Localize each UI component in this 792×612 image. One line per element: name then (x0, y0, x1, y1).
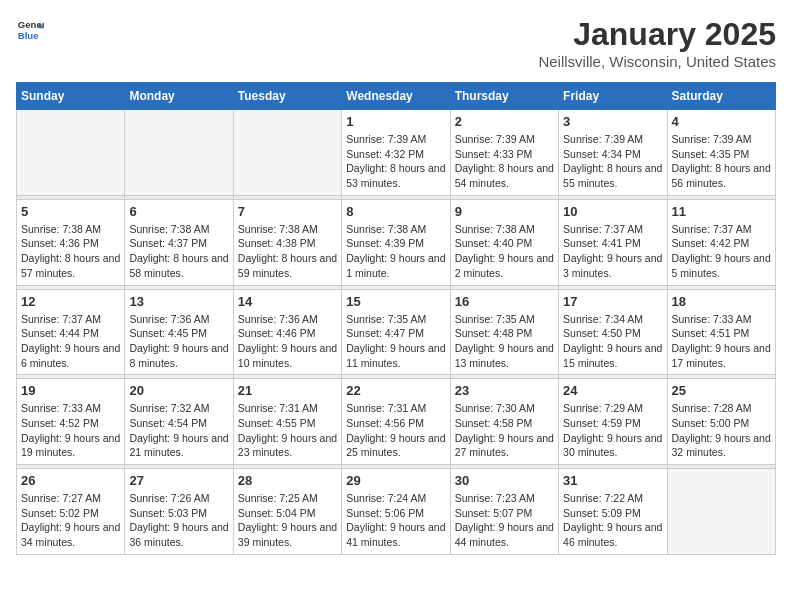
calendar-cell: 23Sunrise: 7:30 AM Sunset: 4:58 PM Dayli… (450, 379, 558, 465)
weekday-header-saturday: Saturday (667, 83, 775, 110)
day-number: 10 (563, 204, 662, 219)
day-info: Sunrise: 7:26 AM Sunset: 5:03 PM Dayligh… (129, 491, 228, 550)
day-number: 16 (455, 294, 554, 309)
day-number: 22 (346, 383, 445, 398)
day-info: Sunrise: 7:24 AM Sunset: 5:06 PM Dayligh… (346, 491, 445, 550)
day-number: 23 (455, 383, 554, 398)
day-info: Sunrise: 7:25 AM Sunset: 5:04 PM Dayligh… (238, 491, 337, 550)
calendar-cell: 27Sunrise: 7:26 AM Sunset: 5:03 PM Dayli… (125, 469, 233, 555)
day-number: 21 (238, 383, 337, 398)
weekday-header-thursday: Thursday (450, 83, 558, 110)
day-info: Sunrise: 7:27 AM Sunset: 5:02 PM Dayligh… (21, 491, 120, 550)
calendar-cell: 3Sunrise: 7:39 AM Sunset: 4:34 PM Daylig… (559, 110, 667, 196)
weekday-header-tuesday: Tuesday (233, 83, 341, 110)
day-info: Sunrise: 7:23 AM Sunset: 5:07 PM Dayligh… (455, 491, 554, 550)
week-row-5: 26Sunrise: 7:27 AM Sunset: 5:02 PM Dayli… (17, 469, 776, 555)
day-info: Sunrise: 7:38 AM Sunset: 4:36 PM Dayligh… (21, 222, 120, 281)
day-number: 9 (455, 204, 554, 219)
calendar-cell: 24Sunrise: 7:29 AM Sunset: 4:59 PM Dayli… (559, 379, 667, 465)
calendar-cell: 19Sunrise: 7:33 AM Sunset: 4:52 PM Dayli… (17, 379, 125, 465)
day-number: 6 (129, 204, 228, 219)
calendar-cell: 30Sunrise: 7:23 AM Sunset: 5:07 PM Dayli… (450, 469, 558, 555)
calendar-cell: 13Sunrise: 7:36 AM Sunset: 4:45 PM Dayli… (125, 289, 233, 375)
calendar-cell: 20Sunrise: 7:32 AM Sunset: 4:54 PM Dayli… (125, 379, 233, 465)
day-info: Sunrise: 7:38 AM Sunset: 4:38 PM Dayligh… (238, 222, 337, 281)
calendar-cell: 8Sunrise: 7:38 AM Sunset: 4:39 PM Daylig… (342, 199, 450, 285)
day-info: Sunrise: 7:33 AM Sunset: 4:52 PM Dayligh… (21, 401, 120, 460)
calendar-cell: 22Sunrise: 7:31 AM Sunset: 4:56 PM Dayli… (342, 379, 450, 465)
calendar-cell (17, 110, 125, 196)
day-number: 2 (455, 114, 554, 129)
calendar-cell (125, 110, 233, 196)
calendar-cell: 2Sunrise: 7:39 AM Sunset: 4:33 PM Daylig… (450, 110, 558, 196)
day-info: Sunrise: 7:35 AM Sunset: 4:48 PM Dayligh… (455, 312, 554, 371)
day-info: Sunrise: 7:39 AM Sunset: 4:33 PM Dayligh… (455, 132, 554, 191)
day-info: Sunrise: 7:39 AM Sunset: 4:35 PM Dayligh… (672, 132, 771, 191)
weekday-header-row: SundayMondayTuesdayWednesdayThursdayFrid… (17, 83, 776, 110)
day-info: Sunrise: 7:28 AM Sunset: 5:00 PM Dayligh… (672, 401, 771, 460)
calendar-cell: 9Sunrise: 7:38 AM Sunset: 4:40 PM Daylig… (450, 199, 558, 285)
calendar-cell (667, 469, 775, 555)
calendar-cell (233, 110, 341, 196)
calendar-cell: 11Sunrise: 7:37 AM Sunset: 4:42 PM Dayli… (667, 199, 775, 285)
calendar-cell: 14Sunrise: 7:36 AM Sunset: 4:46 PM Dayli… (233, 289, 341, 375)
day-info: Sunrise: 7:33 AM Sunset: 4:51 PM Dayligh… (672, 312, 771, 371)
week-row-4: 19Sunrise: 7:33 AM Sunset: 4:52 PM Dayli… (17, 379, 776, 465)
week-row-3: 12Sunrise: 7:37 AM Sunset: 4:44 PM Dayli… (17, 289, 776, 375)
calendar-cell: 7Sunrise: 7:38 AM Sunset: 4:38 PM Daylig… (233, 199, 341, 285)
calendar-cell: 31Sunrise: 7:22 AM Sunset: 5:09 PM Dayli… (559, 469, 667, 555)
day-number: 27 (129, 473, 228, 488)
weekday-header-wednesday: Wednesday (342, 83, 450, 110)
day-number: 31 (563, 473, 662, 488)
day-number: 28 (238, 473, 337, 488)
calendar-cell: 25Sunrise: 7:28 AM Sunset: 5:00 PM Dayli… (667, 379, 775, 465)
calendar: SundayMondayTuesdayWednesdayThursdayFrid… (16, 82, 776, 555)
calendar-cell: 26Sunrise: 7:27 AM Sunset: 5:02 PM Dayli… (17, 469, 125, 555)
calendar-cell: 29Sunrise: 7:24 AM Sunset: 5:06 PM Dayli… (342, 469, 450, 555)
day-number: 20 (129, 383, 228, 398)
day-info: Sunrise: 7:36 AM Sunset: 4:45 PM Dayligh… (129, 312, 228, 371)
day-number: 5 (21, 204, 120, 219)
day-number: 12 (21, 294, 120, 309)
svg-text:Blue: Blue (18, 30, 39, 41)
week-row-1: 1Sunrise: 7:39 AM Sunset: 4:32 PM Daylig… (17, 110, 776, 196)
day-info: Sunrise: 7:39 AM Sunset: 4:32 PM Dayligh… (346, 132, 445, 191)
location-title: Neillsville, Wisconsin, United States (538, 53, 776, 70)
day-number: 8 (346, 204, 445, 219)
day-number: 14 (238, 294, 337, 309)
day-number: 4 (672, 114, 771, 129)
day-info: Sunrise: 7:38 AM Sunset: 4:40 PM Dayligh… (455, 222, 554, 281)
weekday-header-friday: Friday (559, 83, 667, 110)
calendar-cell: 16Sunrise: 7:35 AM Sunset: 4:48 PM Dayli… (450, 289, 558, 375)
calendar-cell: 5Sunrise: 7:38 AM Sunset: 4:36 PM Daylig… (17, 199, 125, 285)
calendar-cell: 4Sunrise: 7:39 AM Sunset: 4:35 PM Daylig… (667, 110, 775, 196)
day-info: Sunrise: 7:37 AM Sunset: 4:44 PM Dayligh… (21, 312, 120, 371)
weekday-header-monday: Monday (125, 83, 233, 110)
header: General Blue January 2025 Neillsville, W… (16, 16, 776, 70)
day-info: Sunrise: 7:38 AM Sunset: 4:37 PM Dayligh… (129, 222, 228, 281)
day-info: Sunrise: 7:35 AM Sunset: 4:47 PM Dayligh… (346, 312, 445, 371)
title-area: January 2025 Neillsville, Wisconsin, Uni… (538, 16, 776, 70)
calendar-cell: 18Sunrise: 7:33 AM Sunset: 4:51 PM Dayli… (667, 289, 775, 375)
calendar-cell: 12Sunrise: 7:37 AM Sunset: 4:44 PM Dayli… (17, 289, 125, 375)
logo: General Blue (16, 16, 44, 44)
day-number: 11 (672, 204, 771, 219)
calendar-cell: 1Sunrise: 7:39 AM Sunset: 4:32 PM Daylig… (342, 110, 450, 196)
calendar-cell: 6Sunrise: 7:38 AM Sunset: 4:37 PM Daylig… (125, 199, 233, 285)
day-info: Sunrise: 7:30 AM Sunset: 4:58 PM Dayligh… (455, 401, 554, 460)
day-info: Sunrise: 7:37 AM Sunset: 4:41 PM Dayligh… (563, 222, 662, 281)
day-info: Sunrise: 7:34 AM Sunset: 4:50 PM Dayligh… (563, 312, 662, 371)
day-number: 29 (346, 473, 445, 488)
day-info: Sunrise: 7:38 AM Sunset: 4:39 PM Dayligh… (346, 222, 445, 281)
day-number: 25 (672, 383, 771, 398)
day-number: 30 (455, 473, 554, 488)
day-number: 26 (21, 473, 120, 488)
day-number: 17 (563, 294, 662, 309)
day-number: 18 (672, 294, 771, 309)
month-title: January 2025 (538, 16, 776, 53)
calendar-cell: 10Sunrise: 7:37 AM Sunset: 4:41 PM Dayli… (559, 199, 667, 285)
day-info: Sunrise: 7:31 AM Sunset: 4:55 PM Dayligh… (238, 401, 337, 460)
day-number: 3 (563, 114, 662, 129)
calendar-cell: 17Sunrise: 7:34 AM Sunset: 4:50 PM Dayli… (559, 289, 667, 375)
day-info: Sunrise: 7:37 AM Sunset: 4:42 PM Dayligh… (672, 222, 771, 281)
